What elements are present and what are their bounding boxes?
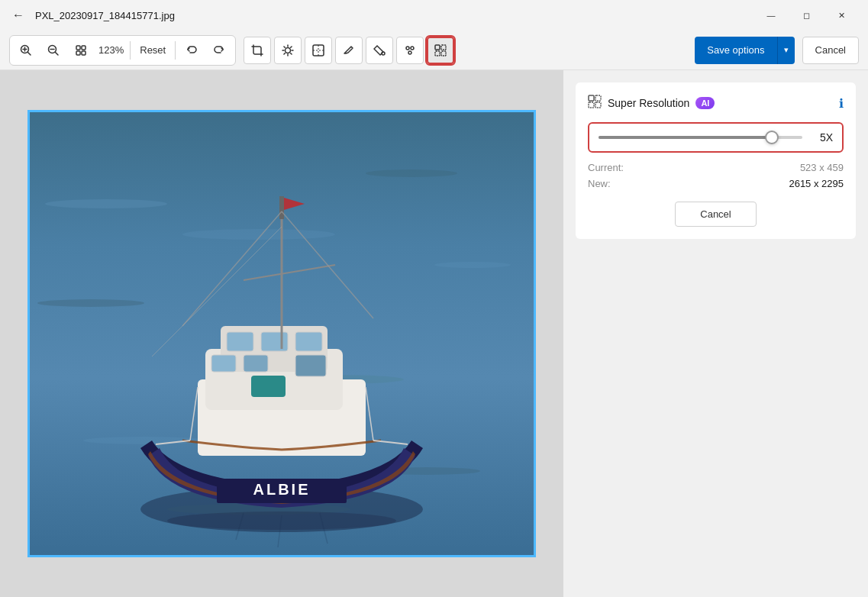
svg-rect-52 <box>279 196 284 219</box>
back-button[interactable]: ← <box>9 5 27 25</box>
ai-badge: AI <box>695 97 715 109</box>
zoom-group: 123% Reset <box>9 35 236 66</box>
brightness-button[interactable] <box>274 37 302 64</box>
fit-icon <box>75 44 87 56</box>
image-container: ALBIE <box>27 110 536 557</box>
svg-rect-47 <box>211 355 236 372</box>
svg-line-16 <box>284 46 285 47</box>
brightness-icon <box>282 44 294 56</box>
canvas-area: ALBIE <box>0 70 563 597</box>
panel-title: Super Resolution <box>608 97 689 109</box>
super-res-panel-icon <box>588 95 602 108</box>
toolbar: 123% Reset <box>0 31 868 70</box>
close-button[interactable]: ✕ <box>824 3 859 27</box>
slider-fill <box>599 136 772 139</box>
maximize-button[interactable]: ◻ <box>789 3 824 27</box>
save-options-group: Save options ▾ <box>695 37 794 64</box>
zoom-in-icon <box>20 44 32 56</box>
zoom-value: 123% <box>95 44 127 56</box>
svg-rect-28 <box>441 51 446 56</box>
svg-rect-8 <box>82 46 86 50</box>
svg-point-21 <box>382 52 385 55</box>
draw-button[interactable] <box>335 37 363 64</box>
svg-rect-46 <box>295 332 322 351</box>
undo-button[interactable] <box>179 37 205 63</box>
svg-rect-45 <box>261 332 288 351</box>
new-label: New: <box>588 178 611 189</box>
svg-point-11 <box>286 47 291 53</box>
svg-line-17 <box>291 53 292 53</box>
svg-rect-44 <box>227 332 253 351</box>
new-value: 2615 x 2295 <box>789 178 844 189</box>
svg-text:ALBIE: ALBIE <box>253 481 310 498</box>
zoom-out-button[interactable] <box>40 37 66 63</box>
current-label: Current: <box>588 162 624 173</box>
boat-image: ALBIE <box>30 112 534 555</box>
erase-bg-icon <box>312 44 324 56</box>
main-content: ALBIE <box>0 70 868 597</box>
effects-button[interactable] <box>396 37 424 64</box>
svg-rect-27 <box>435 51 440 56</box>
svg-rect-20 <box>313 45 324 56</box>
svg-line-5 <box>56 52 59 55</box>
svg-rect-25 <box>435 45 440 50</box>
svg-rect-70 <box>595 102 601 108</box>
divider <box>130 41 131 60</box>
svg-point-63 <box>167 511 396 530</box>
current-resolution-row: Current: 523 x 459 <box>588 162 844 173</box>
current-value: 523 x 459 <box>800 162 844 173</box>
svg-line-18 <box>291 46 292 47</box>
effects-icon <box>404 44 416 56</box>
svg-point-31 <box>45 199 167 208</box>
slider-thumb[interactable] <box>765 131 779 144</box>
redo-icon <box>213 44 225 56</box>
svg-point-35 <box>434 262 511 268</box>
svg-line-1 <box>28 52 31 55</box>
info-icon[interactable]: ℹ <box>839 96 844 111</box>
side-panel: Super Resolution AI ℹ 5X Current: 523 x … <box>563 70 868 597</box>
svg-rect-67 <box>589 95 594 101</box>
erase-bg-button[interactable] <box>305 37 332 64</box>
save-options-button[interactable]: Save options <box>695 37 776 64</box>
crop-button[interactable] <box>244 37 271 64</box>
svg-rect-49 <box>295 355 326 376</box>
svg-point-24 <box>408 51 411 54</box>
draw-icon <box>343 44 355 56</box>
svg-point-23 <box>411 47 414 50</box>
new-resolution-row: New: 2615 x 2295 <box>588 178 844 189</box>
svg-point-32 <box>366 169 457 177</box>
save-dropdown-icon: ▾ <box>784 45 789 55</box>
fill-button[interactable] <box>366 37 393 64</box>
svg-rect-7 <box>76 46 80 50</box>
zoom-in-button[interactable] <box>13 37 39 63</box>
slider-track[interactable] <box>599 136 802 139</box>
zoom-out-icon <box>47 44 60 56</box>
divider <box>175 41 176 60</box>
save-dropdown-button[interactable]: ▾ <box>777 37 795 64</box>
svg-point-22 <box>406 47 409 50</box>
cancel-button[interactable]: Cancel <box>802 37 859 64</box>
window-controls: — ◻ ✕ <box>753 3 859 27</box>
fill-icon <box>373 44 386 56</box>
redo-button[interactable] <box>206 37 232 63</box>
boat-svg: ALBIE <box>30 112 534 555</box>
svg-rect-56 <box>251 376 286 397</box>
reset-button[interactable]: Reset <box>134 37 172 63</box>
panel-cancel-button[interactable]: Cancel <box>675 202 756 227</box>
svg-line-19 <box>284 53 285 53</box>
super-resolution-icon <box>434 44 447 56</box>
svg-point-34 <box>37 299 144 307</box>
super-resolution-panel: Super Resolution AI ℹ 5X Current: 523 x … <box>576 82 856 239</box>
slider-container[interactable]: 5X <box>588 122 844 153</box>
crop-icon <box>251 44 263 56</box>
super-resolution-button[interactable] <box>427 37 454 64</box>
minimize-button[interactable]: — <box>753 3 789 27</box>
slider-value: 5X <box>812 131 833 144</box>
title-bar: ← PXL_20230917_184415771.jpg — ◻ ✕ <box>0 0 868 31</box>
svg-rect-10 <box>82 51 86 55</box>
fit-button[interactable] <box>68 37 94 63</box>
panel-header: Super Resolution AI ℹ <box>588 95 844 111</box>
svg-rect-48 <box>244 355 268 372</box>
undo-icon <box>186 44 198 56</box>
svg-rect-9 <box>76 51 80 55</box>
